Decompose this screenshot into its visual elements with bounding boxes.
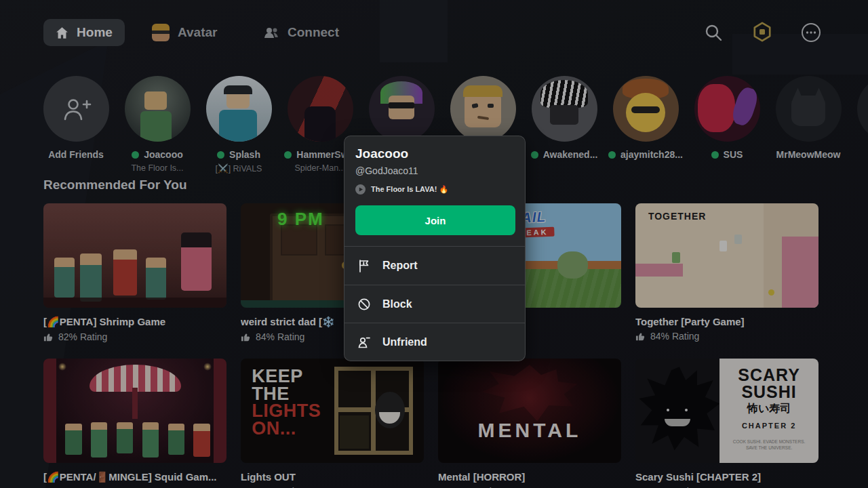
roblox-home-screen: Home Avatar Connect <box>0 0 868 488</box>
popup-handle: @GodJoaco11 <box>355 165 514 176</box>
popup-status: The Floor Is LAVA! 🔥 <box>371 185 448 194</box>
report-flag-icon <box>357 258 372 273</box>
playing-icon <box>355 184 366 195</box>
context-menu-list: Report Block Unfriend <box>344 246 525 361</box>
menu-item-label: Unfriend <box>382 336 427 348</box>
menu-item-label: Report <box>382 260 418 272</box>
join-button[interactable]: Join <box>355 205 515 235</box>
unfriend-person-minus-icon <box>357 335 372 350</box>
menu-item-unfriend[interactable]: Unfriend <box>344 323 525 361</box>
player-context-header: Joacooo @GodJoaco11 The Floor Is LAVA! 🔥 <box>344 136 525 201</box>
menu-item-label: Block <box>382 298 412 310</box>
menu-item-report[interactable]: Report <box>344 247 525 285</box>
block-icon <box>357 297 372 312</box>
player-context-menu: Joacooo @GodJoaco11 The Floor Is LAVA! 🔥… <box>344 136 526 361</box>
menu-item-block[interactable]: Block <box>344 285 525 323</box>
popup-username: Joacooo <box>355 146 514 161</box>
